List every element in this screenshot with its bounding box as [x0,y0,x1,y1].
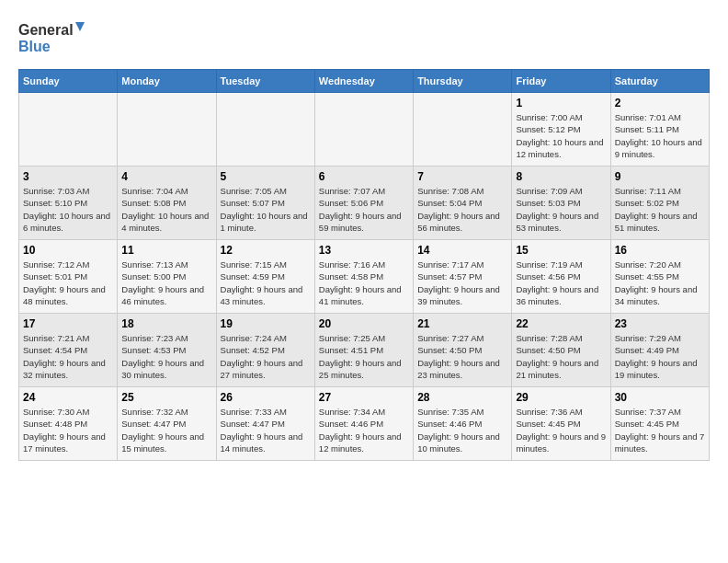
day-number: 4 [121,170,211,183]
calendar-cell: 20Sunrise: 7:25 AM Sunset: 4:51 PM Dayli… [314,314,413,387]
day-number: 11 [121,244,211,257]
day-number: 30 [615,391,705,404]
calendar-cell: 6Sunrise: 7:07 AM Sunset: 5:06 PM Daylig… [314,167,413,240]
day-number: 27 [319,391,409,404]
day-number: 24 [23,391,113,404]
calendar-cell: 5Sunrise: 7:05 AM Sunset: 5:07 PM Daylig… [216,167,314,240]
day-number: 13 [319,244,409,257]
calendar-cell: 1Sunrise: 7:00 AM Sunset: 5:12 PM Daylig… [512,93,610,167]
header-saturday: Saturday [610,70,709,93]
day-number: 17 [23,317,113,330]
day-number: 20 [319,317,409,330]
day-number: 19 [221,317,311,330]
header-thursday: Thursday [414,70,512,93]
day-info: Sunrise: 7:32 AM Sunset: 4:47 PM Dayligh… [121,406,211,454]
day-number: 6 [319,170,409,183]
day-info: Sunrise: 7:36 AM Sunset: 4:45 PM Dayligh… [516,406,606,454]
day-info: Sunrise: 7:33 AM Sunset: 4:47 PM Dayligh… [221,406,311,454]
day-number: 7 [417,170,507,183]
svg-text:Blue: Blue [18,39,51,54]
header-sunday: Sunday [19,70,118,93]
header-tuesday: Tuesday [216,70,314,93]
day-info: Sunrise: 7:17 AM Sunset: 4:57 PM Dayligh… [417,259,507,307]
day-number: 21 [417,317,507,330]
calendar-cell: 25Sunrise: 7:32 AM Sunset: 4:47 PM Dayli… [118,387,216,461]
calendar-cell: 3Sunrise: 7:03 AM Sunset: 5:10 PM Daylig… [19,167,118,240]
day-number: 16 [615,244,705,257]
calendar-cell: 14Sunrise: 7:17 AM Sunset: 4:57 PM Dayli… [414,240,512,314]
calendar-cell [414,93,512,167]
calendar-cell: 28Sunrise: 7:35 AM Sunset: 4:46 PM Dayli… [414,387,512,461]
day-info: Sunrise: 7:16 AM Sunset: 4:58 PM Dayligh… [319,259,409,307]
day-number: 14 [417,244,507,257]
header-wednesday: Wednesday [314,70,413,93]
calendar-cell: 16Sunrise: 7:20 AM Sunset: 4:55 PM Dayli… [610,240,709,314]
calendar-cell [314,93,413,167]
day-number: 3 [23,170,113,183]
calendar-cell: 27Sunrise: 7:34 AM Sunset: 4:46 PM Dayli… [314,387,413,461]
calendar-week-row: 10Sunrise: 7:12 AM Sunset: 5:01 PM Dayli… [19,240,710,314]
calendar-cell: 30Sunrise: 7:37 AM Sunset: 4:45 PM Dayli… [610,387,709,461]
calendar-cell: 13Sunrise: 7:16 AM Sunset: 4:58 PM Dayli… [314,240,413,314]
day-number: 22 [516,317,606,330]
logo-svg: GeneralBlue [18,18,92,60]
calendar-cell: 23Sunrise: 7:29 AM Sunset: 4:49 PM Dayli… [610,314,709,387]
day-info: Sunrise: 7:00 AM Sunset: 5:12 PM Dayligh… [516,111,606,160]
calendar-week-row: 24Sunrise: 7:30 AM Sunset: 4:48 PM Dayli… [19,387,710,461]
calendar-cell: 24Sunrise: 7:30 AM Sunset: 4:48 PM Dayli… [19,387,118,461]
day-info: Sunrise: 7:25 AM Sunset: 4:51 PM Dayligh… [319,332,409,381]
day-info: Sunrise: 7:12 AM Sunset: 5:01 PM Dayligh… [23,259,113,307]
calendar-cell: 17Sunrise: 7:21 AM Sunset: 4:54 PM Dayli… [19,314,118,387]
calendar-cell: 11Sunrise: 7:13 AM Sunset: 5:00 PM Dayli… [118,240,216,314]
day-info: Sunrise: 7:27 AM Sunset: 4:50 PM Dayligh… [417,332,507,381]
header-monday: Monday [118,70,216,93]
day-number: 12 [221,244,311,257]
calendar-cell: 8Sunrise: 7:09 AM Sunset: 5:03 PM Daylig… [512,167,610,240]
day-info: Sunrise: 7:35 AM Sunset: 4:46 PM Dayligh… [417,406,507,454]
calendar-cell [118,93,216,167]
day-number: 28 [417,391,507,404]
calendar-cell: 18Sunrise: 7:23 AM Sunset: 4:53 PM Dayli… [118,314,216,387]
day-info: Sunrise: 7:20 AM Sunset: 4:55 PM Dayligh… [615,259,705,307]
day-number: 18 [121,317,211,330]
calendar-week-row: 1Sunrise: 7:00 AM Sunset: 5:12 PM Daylig… [19,93,710,167]
calendar-week-row: 3Sunrise: 7:03 AM Sunset: 5:10 PM Daylig… [19,167,710,240]
page-header: GeneralBlue [18,18,710,60]
day-info: Sunrise: 7:04 AM Sunset: 5:08 PM Dayligh… [121,185,211,234]
calendar-cell: 12Sunrise: 7:15 AM Sunset: 4:59 PM Dayli… [216,240,314,314]
calendar-cell [216,93,314,167]
day-info: Sunrise: 7:19 AM Sunset: 4:56 PM Dayligh… [516,259,606,307]
calendar-cell: 19Sunrise: 7:24 AM Sunset: 4:52 PM Dayli… [216,314,314,387]
day-number: 25 [121,391,211,404]
calendar-header-row: SundayMondayTuesdayWednesdayThursdayFrid… [19,70,710,93]
day-info: Sunrise: 7:09 AM Sunset: 5:03 PM Dayligh… [516,185,606,234]
day-number: 26 [221,391,311,404]
day-info: Sunrise: 7:07 AM Sunset: 5:06 PM Dayligh… [319,185,409,234]
day-number: 5 [221,170,311,183]
day-number: 15 [516,244,606,257]
day-info: Sunrise: 7:37 AM Sunset: 4:45 PM Dayligh… [615,406,705,454]
calendar-cell: 26Sunrise: 7:33 AM Sunset: 4:47 PM Dayli… [216,387,314,461]
day-number: 10 [23,244,113,257]
calendar-cell: 21Sunrise: 7:27 AM Sunset: 4:50 PM Dayli… [414,314,512,387]
calendar-cell: 7Sunrise: 7:08 AM Sunset: 5:04 PM Daylig… [414,167,512,240]
day-info: Sunrise: 7:28 AM Sunset: 4:50 PM Dayligh… [516,332,606,381]
calendar-cell: 29Sunrise: 7:36 AM Sunset: 4:45 PM Dayli… [512,387,610,461]
calendar-cell: 10Sunrise: 7:12 AM Sunset: 5:01 PM Dayli… [19,240,118,314]
day-info: Sunrise: 7:21 AM Sunset: 4:54 PM Dayligh… [23,332,113,381]
day-number: 29 [516,391,606,404]
day-info: Sunrise: 7:08 AM Sunset: 5:04 PM Dayligh… [417,185,507,234]
header-friday: Friday [512,70,610,93]
day-info: Sunrise: 7:29 AM Sunset: 4:49 PM Dayligh… [615,332,705,381]
day-info: Sunrise: 7:13 AM Sunset: 5:00 PM Dayligh… [121,259,211,307]
day-number: 23 [615,317,705,330]
day-info: Sunrise: 7:15 AM Sunset: 4:59 PM Dayligh… [221,259,311,307]
day-number: 8 [516,170,606,183]
day-number: 9 [615,170,705,183]
calendar-cell: 15Sunrise: 7:19 AM Sunset: 4:56 PM Dayli… [512,240,610,314]
calendar-table: SundayMondayTuesdayWednesdayThursdayFrid… [18,69,710,461]
calendar-cell: 22Sunrise: 7:28 AM Sunset: 4:50 PM Dayli… [512,314,610,387]
calendar-cell: 9Sunrise: 7:11 AM Sunset: 5:02 PM Daylig… [610,167,709,240]
day-info: Sunrise: 7:05 AM Sunset: 5:07 PM Dayligh… [221,185,311,234]
svg-text:General: General [18,22,74,38]
